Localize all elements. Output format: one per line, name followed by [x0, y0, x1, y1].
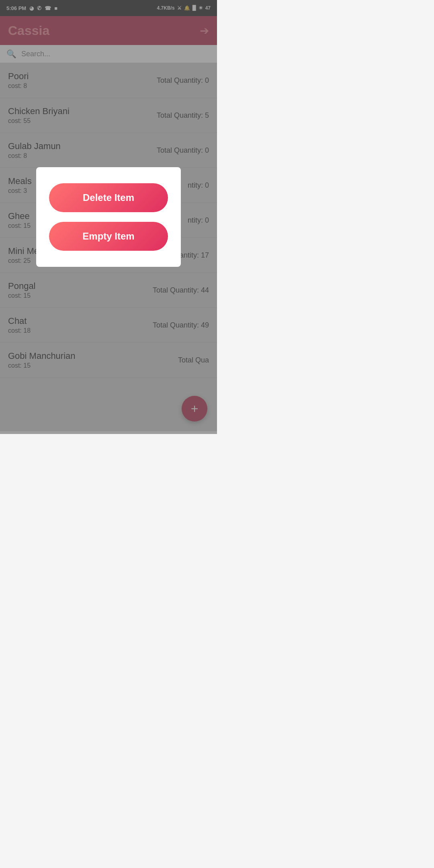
- empty-item-button[interactable]: Empty Item: [49, 222, 168, 251]
- delete-item-button[interactable]: Delete Item: [49, 183, 168, 212]
- action-dialog: Delete Item Empty Item: [36, 167, 181, 267]
